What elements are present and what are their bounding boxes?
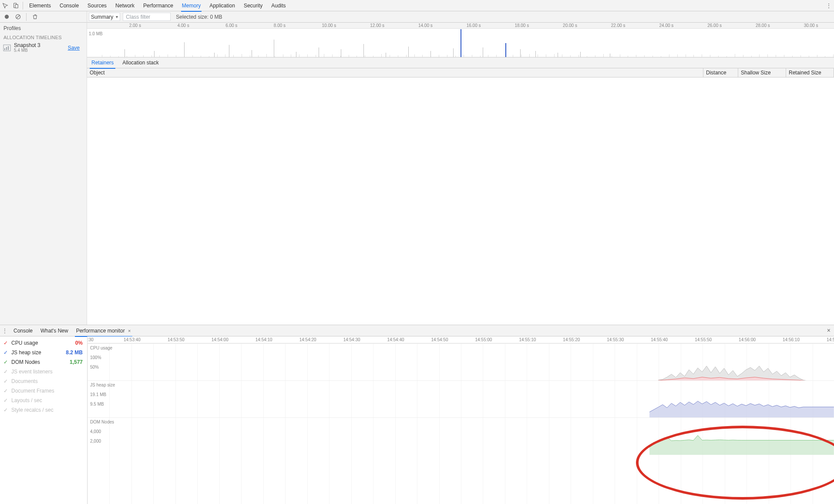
- metric-label: Style recalcs / sec: [11, 407, 54, 413]
- check-icon: ✓: [3, 349, 9, 356]
- pm-metrics-sidebar: ✓ CPU usage 0% ✓ JS heap size 8.2 MB ✓ D…: [0, 336, 87, 504]
- selected-size-label: Selected size: 0 MB: [173, 14, 222, 20]
- clear-icon[interactable]: [13, 12, 23, 22]
- metric-heap[interactable]: ✓ JS heap size 8.2 MB: [0, 348, 87, 357]
- check-icon: ✓: [3, 407, 9, 413]
- more-options-icon[interactable]: ⋮: [826, 3, 831, 9]
- drawer-more-icon[interactable]: ⋮: [0, 328, 10, 334]
- check-icon: ✓: [3, 388, 9, 394]
- allocation-timeline-overview[interactable]: 2.00 s4.00 s6.00 s8.00 s10.00 s12.00 s14…: [87, 23, 834, 57]
- retainers-table-body: [87, 77, 834, 325]
- th-distance[interactable]: Distance: [703, 68, 738, 77]
- svg-rect-7: [6, 47, 7, 50]
- close-tab-icon[interactable]: ×: [128, 328, 131, 333]
- tab-elements[interactable]: Elements: [25, 0, 55, 11]
- snapshot-toolbar: [0, 11, 87, 23]
- snapshot-name: Snapshot 3: [14, 43, 40, 48]
- tab-sources[interactable]: Sources: [83, 0, 111, 11]
- metric-frames[interactable]: ✓Document Frames: [0, 386, 87, 396]
- metric-label: DOM Nodes: [11, 359, 40, 365]
- tab-performance[interactable]: Performance: [139, 0, 178, 11]
- th-retained-size[interactable]: Retained Size: [786, 68, 834, 77]
- inspect-element-icon[interactable]: [0, 1, 10, 10]
- close-drawer-icon[interactable]: ×: [827, 327, 831, 334]
- metric-layouts[interactable]: ✓Layouts / sec: [0, 396, 87, 405]
- performance-monitor: ✓ CPU usage 0% ✓ JS heap size 8.2 MB ✓ D…: [0, 336, 834, 504]
- svg-rect-6: [4, 48, 5, 50]
- metric-recalcs[interactable]: ✓Style recalcs / sec: [0, 405, 87, 415]
- delete-icon[interactable]: [30, 12, 40, 22]
- metric-label: JS heap size: [11, 349, 41, 356]
- drawer: ⋮ Console What's New Performance monitor…: [0, 325, 834, 504]
- chart-cpu: CPU usage 100% 50%: [87, 343, 834, 380]
- tab-memory[interactable]: Memory: [178, 0, 205, 11]
- metric-label: CPU usage: [11, 340, 38, 346]
- snapshot-item[interactable]: Snapshot 3 5.4 MB Save: [0, 42, 87, 54]
- svg-rect-1: [15, 4, 18, 8]
- tab-application[interactable]: Application: [205, 0, 239, 11]
- tab-retainers[interactable]: Retainers: [87, 57, 118, 68]
- snapshot-icon: [3, 44, 11, 52]
- drawer-tab-perfmonitor[interactable]: Performance monitor ×: [72, 325, 135, 336]
- metric-label: Layouts / sec: [11, 397, 42, 403]
- chart-dom: DOM Nodes 4,000 2,000: [87, 417, 834, 454]
- metric-cpu[interactable]: ✓ CPU usage 0%: [0, 338, 87, 348]
- class-filter-input[interactable]: [123, 13, 171, 21]
- check-icon: ✓: [3, 359, 9, 365]
- check-icon: ✓: [3, 369, 9, 375]
- svg-rect-8: [8, 46, 9, 50]
- metric-label: Documents: [11, 378, 38, 384]
- tab-allocation-stack[interactable]: Allocation stack: [118, 57, 163, 68]
- pm-chart-area: :3014:53:4014:53:5014:54:0014:54:1014:54…: [87, 336, 834, 504]
- separator: [26, 13, 27, 21]
- memory-content: Summary Selected size: 0 MB 2.00 s4.00 s…: [87, 11, 834, 325]
- svg-line-4: [17, 15, 20, 18]
- metric-label: Document Frames: [11, 388, 54, 394]
- metric-documents[interactable]: ✓Documents: [0, 376, 87, 386]
- profiles-label: Profiles: [0, 23, 87, 33]
- check-icon: ✓: [3, 378, 9, 384]
- drawer-tab-console[interactable]: Console: [10, 325, 37, 336]
- drawer-tab-perfmonitor-label: Performance monitor: [76, 328, 125, 334]
- metric-value: 1,577: [70, 359, 83, 365]
- drawer-tab-whatsnew[interactable]: What's New: [37, 325, 72, 336]
- memory-panel: Profiles ALLOCATION TIMELINES Snapshot 3…: [0, 11, 834, 325]
- chart-heap: JS heap size 19.1 MB 9.5 MB: [87, 380, 834, 417]
- check-icon: ✓: [3, 397, 9, 403]
- separator: [23, 2, 23, 10]
- metric-value: 8.2 MB: [66, 349, 83, 356]
- allocation-timelines-label: ALLOCATION TIMELINES: [0, 33, 87, 42]
- snapshot-save-link[interactable]: Save: [68, 45, 84, 51]
- check-icon: ✓: [3, 340, 9, 346]
- tab-console[interactable]: Console: [55, 0, 83, 11]
- metric-dom[interactable]: ✓ DOM Nodes 1,577: [0, 357, 87, 367]
- device-toolbar-icon[interactable]: [10, 1, 21, 10]
- main-toolbar: Elements Console Sources Network Perform…: [0, 0, 834, 11]
- snapshot-size: 5.4 MB: [14, 48, 40, 53]
- metric-listeners[interactable]: ✓JS event listeners: [0, 367, 87, 376]
- retainers-tabs: Retainers Allocation stack: [87, 57, 834, 68]
- th-shallow-size[interactable]: Shallow Size: [738, 68, 786, 77]
- panel-tabs: Elements Console Sources Network Perform…: [25, 0, 290, 11]
- th-object[interactable]: Object: [87, 68, 703, 77]
- retainers-table-header: Object Distance Shallow Size Retained Si…: [87, 68, 834, 77]
- drawer-tabs: ⋮ Console What's New Performance monitor…: [0, 325, 834, 336]
- filter-toolbar: Summary Selected size: 0 MB: [87, 11, 834, 23]
- metric-label: JS event listeners: [11, 369, 53, 375]
- view-select[interactable]: Summary: [89, 13, 120, 21]
- svg-point-2: [4, 15, 8, 19]
- tab-audits[interactable]: Audits: [267, 0, 290, 11]
- tab-security[interactable]: Security: [239, 0, 267, 11]
- metric-value: 0%: [75, 340, 83, 346]
- tab-network[interactable]: Network: [111, 0, 139, 11]
- record-icon[interactable]: [2, 12, 11, 22]
- profiles-sidebar: Profiles ALLOCATION TIMELINES Snapshot 3…: [0, 11, 87, 325]
